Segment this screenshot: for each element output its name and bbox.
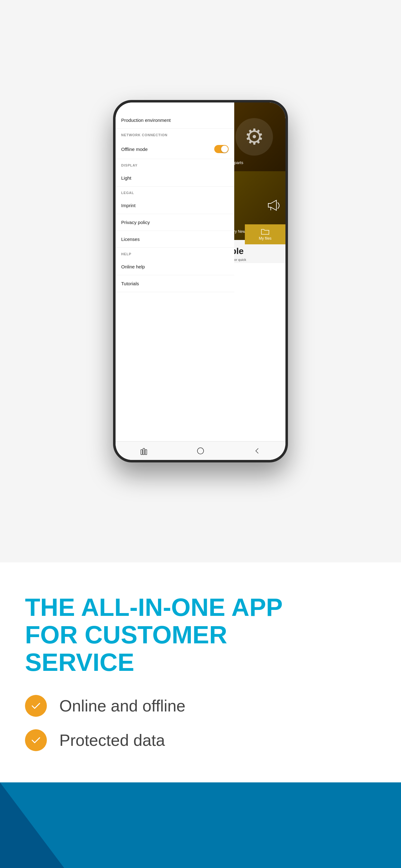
heading-line2: FOR CUSTOMER	[25, 621, 227, 649]
checkmark-icon-1	[30, 700, 41, 711]
my-files-label: My files	[248, 236, 282, 241]
settings-panel: Production environment NETWORK CONNECTIO…	[115, 102, 234, 460]
svg-rect-0	[141, 450, 142, 455]
hero-text-section: THE ALL-IN-ONE APP FOR CUSTOMER SERVICE …	[0, 562, 401, 782]
online-help-item[interactable]: Online help	[115, 258, 234, 275]
production-env-item[interactable]: Production environment	[115, 112, 234, 129]
check-badge-2	[25, 729, 47, 751]
svg-point-3	[197, 448, 204, 454]
my-files-button[interactable]: My files	[245, 224, 286, 244]
gear-icon: ⚙	[244, 124, 264, 150]
imprint-item[interactable]: Imprint	[115, 197, 234, 214]
checkmark-icon-2	[30, 735, 41, 746]
licenses-label: Licenses	[121, 237, 140, 242]
recent-apps-button[interactable]	[136, 445, 152, 457]
gear-icon-bg: ⚙	[235, 118, 273, 156]
offline-mode-item[interactable]: Offline mode	[115, 140, 234, 159]
blue-bottom-section	[0, 782, 401, 868]
megaphone-icon	[267, 198, 282, 213]
svg-rect-2	[145, 450, 147, 455]
blue-triangle-decoration	[0, 782, 94, 868]
network-section-label: NETWORK CONNECTION	[115, 129, 234, 140]
folder-icon	[261, 228, 269, 235]
online-help-label: Online help	[121, 264, 145, 269]
svg-rect-1	[143, 448, 144, 455]
back-icon	[253, 446, 261, 455]
settings-content: Production environment NETWORK CONNECTIO…	[115, 102, 234, 441]
display-item[interactable]: Light	[115, 170, 234, 187]
legal-section-label: LEGAL	[115, 187, 234, 197]
recent-apps-icon	[140, 446, 148, 455]
feature-text-1: Online and offline	[59, 696, 186, 715]
help-section-label: HELP	[115, 248, 234, 258]
offline-mode-toggle[interactable]	[214, 145, 229, 153]
main-heading: THE ALL-IN-ONE APP FOR CUSTOMER SERVICE	[25, 594, 376, 676]
feature-item-1: Online and offline	[25, 695, 376, 717]
phone-section: ⚙ pareparts ndustry News able files for …	[0, 0, 401, 562]
imprint-label: Imprint	[121, 203, 136, 208]
feature-item-2: Protected data	[25, 729, 376, 751]
home-icon	[196, 446, 205, 455]
phone-frame: ⚙ pareparts ndustry News able files for …	[113, 100, 288, 462]
home-button[interactable]	[193, 445, 208, 457]
privacy-label: Privacy policy	[121, 220, 150, 225]
production-env-label: Production environment	[121, 118, 170, 123]
heading-line1: THE ALL-IN-ONE APP	[25, 593, 282, 621]
check-badge-1	[25, 695, 47, 717]
feature-text-2: Protected data	[59, 731, 165, 750]
toggle-switch[interactable]	[214, 145, 229, 153]
privacy-item[interactable]: Privacy policy	[115, 214, 234, 231]
offline-mode-label: Offline mode	[121, 147, 148, 152]
tutorials-label: Tutorials	[121, 281, 139, 286]
heading-line3: SERVICE	[25, 648, 134, 676]
phone-screen: ⚙ pareparts ndustry News able files for …	[115, 102, 286, 460]
phone-nav-bar	[115, 441, 286, 460]
display-section-label: DISPLAY	[115, 159, 234, 170]
tutorials-item[interactable]: Tutorials	[115, 275, 234, 292]
toggle-knob	[221, 146, 228, 153]
display-value-label: Light	[121, 175, 132, 181]
licenses-item[interactable]: Licenses	[115, 231, 234, 248]
back-button[interactable]	[249, 445, 265, 457]
